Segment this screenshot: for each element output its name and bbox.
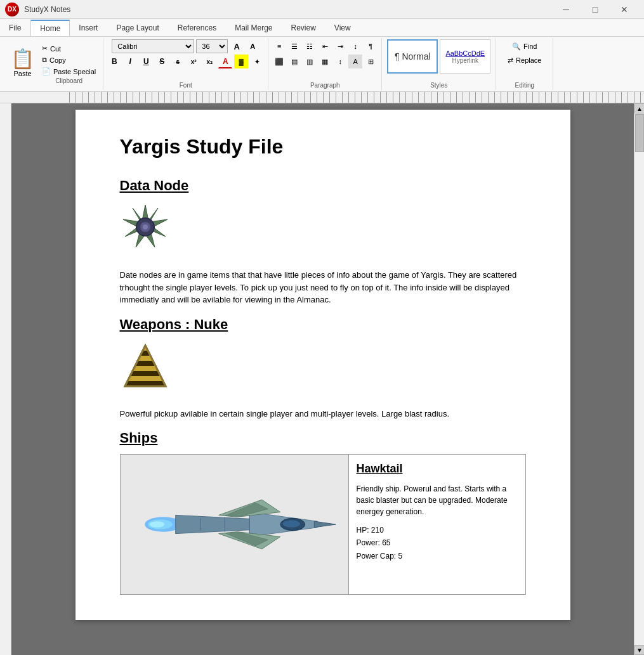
nuke-image [120, 340, 171, 398]
weapons-nuke-heading: Weapons : Nuke [120, 316, 526, 333]
editing-group: 🔍 Find ⇄ Replace Editing [496, 38, 553, 90]
highlight-button[interactable]: ▓ [234, 55, 248, 68]
ship-info-cell: Hawktail Friendly ship. Powerul and fast… [349, 455, 525, 594]
font-extra-button[interactable]: ✦ [250, 55, 264, 68]
numbering-button[interactable]: ☰ [287, 39, 301, 53]
paste-button[interactable]: 📋 Paste [6, 41, 39, 84]
superscript-button[interactable]: x² [187, 55, 200, 68]
nuke-svg [120, 340, 171, 398]
align-center-button[interactable]: ▤ [287, 55, 301, 68]
replace-icon: ⇄ [508, 56, 513, 65]
subscript-button[interactable]: x₂ [202, 55, 216, 68]
svg-marker-17 [314, 521, 336, 528]
ship-hp: HP: 210 [357, 524, 518, 536]
ships-table: Hawktail Friendly ship. Powerul and fast… [120, 454, 526, 595]
copy-label: Copy [49, 56, 66, 64]
tab-file[interactable]: File [0, 19, 30, 36]
clipboard-group: 📋 Paste ✂ Cut ⧉ Copy 📄 Paste Special Cli… [3, 38, 103, 90]
svg-point-3 [143, 224, 148, 230]
ribbon-content: 📋 Paste ✂ Cut ⧉ Copy 📄 Paste Special Cli… [0, 37, 644, 91]
increase-indent-button[interactable]: ⇥ [333, 39, 347, 53]
scroll-up-button[interactable]: ▲ [634, 103, 644, 113]
italic-button[interactable]: I [123, 55, 137, 68]
weapons-nuke-text: Powerful pickup avilable in certain sing… [120, 408, 526, 420]
clipboard-group-label: Clipboard [39, 77, 99, 84]
font-format-row: B I U S s x² x₂ A ▓ ✦ [107, 55, 264, 68]
style-normal-preview: ¶ Normal [395, 51, 431, 62]
ribbon: File Home Insert Page Layout References … [0, 19, 644, 92]
side-ruler [0, 103, 11, 655]
shading-button[interactable]: A [348, 55, 362, 68]
cut-button[interactable]: ✂ Cut [39, 43, 99, 54]
svg-point-14 [150, 521, 164, 528]
style-boxes: ¶ Normal AaBbCcDdE Hyperlink [387, 39, 490, 74]
font-name-select[interactable]: Calibri [112, 39, 194, 53]
align-right-button[interactable]: ▥ [303, 55, 317, 68]
tab-mail-merge[interactable]: Mail Merge [226, 19, 282, 36]
hawktail-svg [126, 461, 342, 588]
scrollbar[interactable]: ▲ ▼ [634, 103, 644, 655]
style-hyperlink-label: Hyperlink [452, 57, 478, 64]
decrease-indent-button[interactable]: ⇤ [318, 39, 332, 53]
app-icon: DX [5, 3, 19, 16]
underline-button[interactable]: U [139, 55, 153, 68]
font-color-button[interactable]: A [218, 55, 232, 68]
almanac-link[interactable]: Almanac. [296, 295, 331, 304]
multilevel-button[interactable]: ☷ [303, 39, 317, 53]
ribbon-tabs: File Home Insert Page Layout References … [0, 19, 644, 37]
paste-special-button[interactable]: 📄 Paste Special [39, 66, 99, 77]
ruler-line [63, 92, 644, 103]
maximize-button[interactable]: □ [581, 0, 610, 19]
paste-special-icon: 📄 [42, 67, 51, 75]
justify-button[interactable]: ▦ [318, 55, 332, 68]
show-marks-button[interactable]: ¶ [364, 39, 378, 53]
close-button[interactable]: ✕ [610, 0, 639, 19]
scroll-area[interactable]: Yargis Study File Data Node Date nodes a… [11, 103, 634, 655]
title-bar: DX StudyX Notes ─ □ ✕ [0, 0, 644, 19]
line-spacing-button[interactable]: ↕ [333, 55, 347, 68]
ship-stats: HP: 210 Power: 65 Power Cap: 5 [357, 524, 518, 562]
sort-button[interactable]: ↕ [348, 39, 362, 53]
copy-button[interactable]: ⧉ Copy [39, 55, 99, 65]
data-node-text: Date nodes are in game items that that h… [120, 269, 526, 306]
cut-label: Cut [50, 45, 61, 53]
find-button[interactable]: 🔍 Find [508, 39, 541, 53]
align-left-button[interactable]: ⬛ [272, 55, 286, 68]
scroll-thumb[interactable] [635, 114, 644, 152]
bold-button[interactable]: B [107, 55, 121, 68]
font-shrink-button[interactable]: A [246, 39, 260, 53]
strikethrough2-button[interactable]: s [171, 55, 185, 68]
border-button[interactable]: ⊞ [364, 55, 378, 68]
font-group: Calibri 36 A A B I U S s x² x₂ A ▓ ✦ Fon [103, 38, 268, 90]
tab-insert[interactable]: Insert [70, 19, 107, 36]
strikethrough-button[interactable]: S [155, 55, 169, 68]
scissors-icon: ✂ [42, 44, 48, 53]
style-hyperlink-preview: AaBbCcDdE [445, 49, 485, 57]
tab-review[interactable]: Review [282, 19, 325, 36]
paragraph-group: ≡ ☰ ☷ ⇤ ⇥ ↕ ¶ ⬛ ▤ ▥ ▦ ↕ A ⊞ Paragraph [268, 38, 382, 90]
scroll-down-button[interactable]: ▼ [634, 645, 644, 655]
ship-image-cell [121, 455, 349, 594]
tab-page-layout[interactable]: Page Layout [107, 19, 168, 36]
minimize-button[interactable]: ─ [551, 0, 581, 19]
font-grow-button[interactable]: A [230, 39, 244, 53]
document-title: Yargis Study File [120, 135, 526, 159]
tab-references[interactable]: References [169, 19, 226, 36]
clipboard-small-buttons: ✂ Cut ⧉ Copy 📄 Paste Special Clipboard [39, 41, 99, 84]
styles-group: ¶ Normal AaBbCcDdE Hyperlink Styles [382, 38, 496, 90]
replace-button[interactable]: ⇄ Replace [503, 53, 546, 67]
tab-home[interactable]: Home [30, 20, 70, 36]
find-label: Find [523, 42, 537, 50]
tab-view[interactable]: View [325, 19, 360, 36]
paste-label: Paste [13, 70, 31, 77]
ship-power-cap: Power Cap: 5 [357, 550, 518, 562]
data-node-heading: Data Node [120, 178, 526, 194]
font-size-select[interactable]: 36 [196, 39, 228, 53]
bullets-button[interactable]: ≡ [272, 39, 286, 53]
title-bar-left: DX StudyX Notes [5, 3, 70, 16]
para-row-2: ⬛ ▤ ▥ ▦ ↕ A ⊞ [272, 55, 378, 68]
style-normal-box[interactable]: ¶ Normal [387, 39, 438, 74]
styles-group-label: Styles [430, 81, 447, 89]
style-hyperlink-box[interactable]: AaBbCcDdE Hyperlink [440, 39, 490, 74]
data-node-image [120, 202, 171, 259]
